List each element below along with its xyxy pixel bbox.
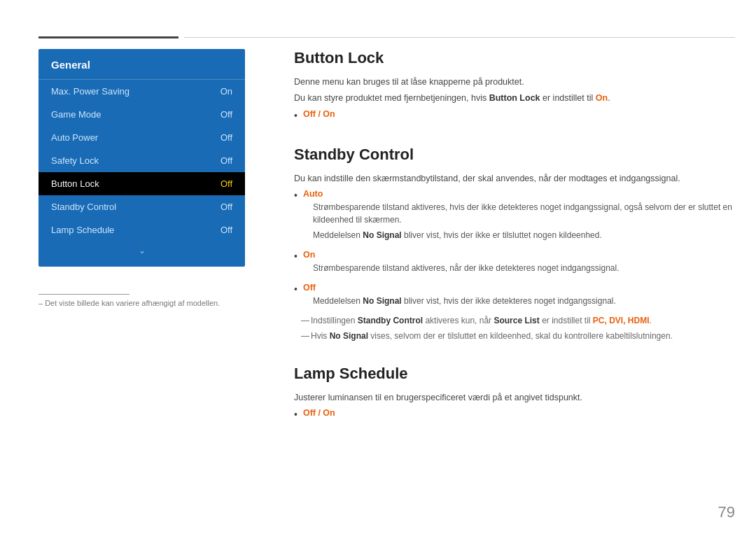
- sidebar-item-value: On: [220, 86, 232, 97]
- standby-on-label: On: [303, 250, 315, 260]
- standby-control-title: Standby Control: [294, 146, 735, 164]
- standby-off-label: Off: [303, 283, 316, 293]
- standby-on-sub1: Strømbesparende tilstand aktiveres, når …: [313, 262, 620, 274]
- lamp-schedule-title: Lamp Schedule: [294, 365, 735, 383]
- top-bar: [0, 36, 756, 38]
- sidebar-item-value: Off: [220, 109, 232, 120]
- sidebar-item-lamp-schedule[interactable]: Lamp ScheduleOff: [38, 218, 245, 241]
- standby-note1: Indstillingen Standby Control aktiveres …: [304, 314, 735, 327]
- standby-auto-sub1: Strømbesparende tilstand aktiveres, hvis…: [313, 201, 735, 226]
- standby-auto-content: Auto Strømbesparende tilstand aktiveres,…: [303, 188, 735, 244]
- button-lock-desc2-prefix: Du kan styre produktet med fjernbetjenin…: [294, 93, 489, 103]
- bullet-dot: •: [294, 108, 298, 123]
- sidebar: General Max. Power SavingOnGame ModeOffA…: [38, 49, 245, 267]
- standby-on-item: • On Strømbesparende tilstand aktiveres,…: [294, 248, 735, 277]
- button-lock-desc1: Denne menu kan bruges til at låse knappe…: [294, 76, 735, 89]
- button-lock-desc2-end: .: [608, 93, 610, 103]
- sidebar-item-button-lock[interactable]: Button LockOff: [38, 172, 245, 195]
- lamp-schedule-bullet1-text: Off / On: [303, 407, 335, 420]
- button-lock-desc2: Du kan styre produktet med fjernbetjenin…: [294, 92, 735, 105]
- standby-control-desc1: Du kan indstille den skærmstandbytilstan…: [294, 172, 735, 185]
- lamp-schedule-bullets: • Off / On: [294, 407, 735, 422]
- section-standby-control: Standby Control Du kan indstille den skæ…: [294, 146, 735, 342]
- sidebar-item-label: Standby Control: [51, 202, 116, 212]
- footnote: – Det viste billede kan variere afhængig…: [38, 294, 245, 307]
- sidebar-item-label: Button Lock: [51, 178, 99, 189]
- bullet-dot: •: [294, 249, 298, 264]
- standby-auto-label: Auto: [303, 189, 323, 199]
- bullet-dot: •: [294, 282, 298, 297]
- page-number: 79: [718, 503, 735, 521]
- bullet-dot: •: [294, 188, 298, 203]
- standby-off-content: Off Meddelelsen No Signal bliver vist, h…: [303, 281, 616, 310]
- button-lock-bullets: • Off / On: [294, 108, 735, 123]
- bullet-dot: •: [294, 407, 298, 422]
- sidebar-item-safety-lock[interactable]: Safety LockOff: [38, 149, 245, 172]
- button-lock-bullet1-text: Off / On: [303, 108, 335, 121]
- sidebar-item-value: Off: [220, 178, 232, 189]
- sidebar-item-game-mode[interactable]: Game ModeOff: [38, 103, 245, 126]
- standby-on-content: On Strømbesparende tilstand aktiveres, n…: [303, 248, 620, 277]
- lamp-schedule-bullet1: • Off / On: [294, 407, 735, 422]
- button-lock-title: Button Lock: [294, 49, 735, 67]
- standby-note2: Hvis No Signal vises, selvom der er tils…: [304, 330, 735, 342]
- button-lock-desc2-mid: er indstillet til: [540, 93, 596, 103]
- footnote-text: – Det viste billede kan variere afhængig…: [38, 299, 245, 307]
- sidebar-item-auto-power[interactable]: Auto PowerOff: [38, 126, 245, 149]
- sidebar-item-label: Max. Power Saving: [51, 86, 130, 97]
- sidebar-item-standby-control[interactable]: Standby ControlOff: [38, 195, 245, 218]
- sidebar-chevron-icon[interactable]: ⌄: [38, 241, 245, 260]
- standby-control-bullets: • Auto Strømbesparende tilstand aktivere…: [294, 188, 735, 309]
- sidebar-item-label: Safety Lock: [51, 155, 99, 166]
- top-bar-accent: [38, 36, 178, 38]
- sidebar-item-label: Auto Power: [51, 132, 98, 143]
- sidebar-item-label: Lamp Schedule: [51, 225, 114, 235]
- standby-off-sub1: Meddelelsen No Signal bliver vist, hvis …: [313, 295, 616, 307]
- top-bar-line: [184, 37, 735, 38]
- section-lamp-schedule: Lamp Schedule Justerer luminansen til en…: [294, 365, 735, 423]
- standby-auto-sub2: Meddelelsen No Signal bliver vist, hvis …: [313, 229, 735, 241]
- button-lock-bullet1: • Off / On: [294, 108, 735, 123]
- sidebar-item-value: Off: [220, 155, 232, 166]
- sidebar-item-value: Off: [220, 225, 232, 235]
- sidebar-title: General: [38, 49, 245, 80]
- sidebar-item-max-power-saving[interactable]: Max. Power SavingOn: [38, 80, 245, 103]
- button-lock-bold: Button Lock: [489, 93, 540, 103]
- sidebar-item-value: Off: [220, 202, 232, 212]
- footnote-line: [38, 294, 130, 295]
- lamp-schedule-desc1: Justerer luminansen til en brugerspecifi…: [294, 391, 735, 405]
- standby-auto-item: • Auto Strømbesparende tilstand aktivere…: [294, 188, 735, 244]
- button-lock-value: On: [596, 93, 608, 103]
- section-button-lock: Button Lock Denne menu kan bruges til at…: [294, 49, 735, 123]
- sidebar-item-label: Game Mode: [51, 109, 102, 120]
- standby-off-item: • Off Meddelelsen No Signal bliver vist,…: [294, 281, 735, 310]
- sidebar-item-value: Off: [220, 132, 232, 143]
- main-content: Button Lock Denne menu kan bruges til at…: [294, 49, 735, 506]
